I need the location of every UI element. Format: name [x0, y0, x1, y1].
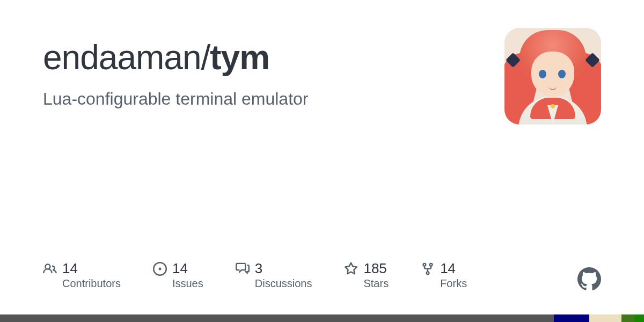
- language-segment: [621, 314, 634, 322]
- stat-label: Issues: [172, 277, 203, 290]
- star-icon: [344, 262, 358, 276]
- header-row: endaaman/tym Lua-configurable terminal e…: [43, 39, 601, 125]
- fork-icon: [421, 262, 435, 276]
- repo-social-card: endaaman/tym Lua-configurable terminal e…: [0, 0, 644, 322]
- avatar-button: [551, 104, 555, 108]
- stat-discussions[interactable]: 3 Discussions: [236, 261, 312, 290]
- title-separator: /: [201, 38, 210, 77]
- title-block: endaaman/tym Lua-configurable terminal e…: [43, 39, 483, 109]
- language-segment: [634, 314, 644, 322]
- stat-forks[interactable]: 14 Forks: [421, 261, 467, 290]
- stat-text: 185 Stars: [363, 261, 389, 290]
- stat-text: 14 Forks: [440, 261, 467, 290]
- stat-label: Contributors: [62, 277, 121, 290]
- stat-label: Stars: [363, 277, 389, 290]
- discussion-icon: [236, 262, 250, 276]
- stat-count: 14: [62, 261, 121, 276]
- avatar-eye: [539, 70, 546, 78]
- language-segment: [589, 314, 621, 322]
- stat-count: 14: [440, 261, 467, 276]
- owner-avatar[interactable]: [504, 28, 601, 125]
- stat-issues[interactable]: 14 Issues: [153, 261, 203, 290]
- repo-description: Lua-configurable terminal emulator: [43, 89, 483, 109]
- stat-count: 185: [363, 261, 389, 276]
- stat-contributors[interactable]: 14 Contributors: [43, 261, 121, 290]
- stat-stars[interactable]: 185 Stars: [344, 261, 389, 290]
- language-bar: [0, 314, 644, 322]
- language-segment: [554, 314, 589, 322]
- stat-count: 3: [255, 261, 312, 276]
- language-segment: [0, 314, 554, 322]
- people-icon: [43, 262, 57, 276]
- stat-text: 14 Contributors: [62, 261, 121, 290]
- stat-label: Forks: [440, 277, 467, 290]
- repo-owner[interactable]: endaaman: [43, 38, 201, 77]
- repo-title[interactable]: endaaman/tym: [43, 39, 483, 76]
- issue-icon: [153, 262, 167, 276]
- github-logo-icon[interactable]: [577, 267, 601, 291]
- stat-count: 14: [172, 261, 203, 276]
- avatar-eye: [558, 70, 566, 78]
- repo-name[interactable]: tym: [210, 38, 269, 77]
- stats-row: 14 Contributors 14 Issues 3 Discussions: [43, 261, 601, 290]
- stat-text: 14 Issues: [172, 261, 203, 290]
- stat-text: 3 Discussions: [255, 261, 312, 290]
- stat-label: Discussions: [255, 277, 312, 290]
